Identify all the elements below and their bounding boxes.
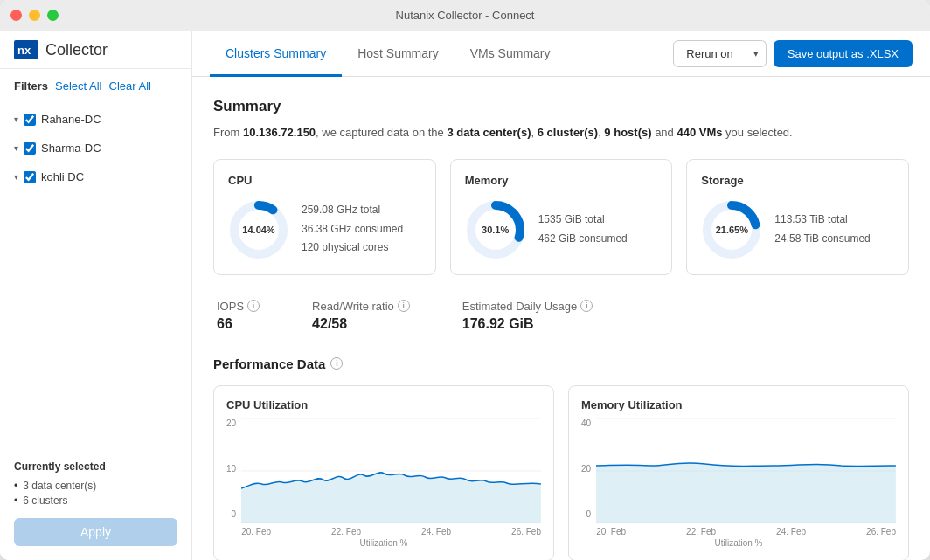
tab-vms-summary[interactable]: VMs Summary <box>455 32 566 77</box>
memory-utilization-chart-card: Memory Utilization 40 20 0 <box>568 385 909 561</box>
sidebar-group-sharma: ▾ Sharma-DC <box>0 134 191 162</box>
selected-datacenters-text: 3 data center(s) <box>23 480 96 492</box>
cpu-x-axis-labels: 20. Feb 22. Feb 24. Feb 26. Feb <box>241 527 541 536</box>
rerun-dropdown-button[interactable]: ▾ <box>746 40 767 67</box>
tabs-bar: Clusters Summary Host Summary VMs Summar… <box>192 31 930 77</box>
memory-x-label-1: 20. Feb <box>596 527 626 536</box>
summary-clusters: 6 cluster(s) <box>538 126 598 139</box>
memory-metric-title: Memory <box>465 174 658 187</box>
perf-info-icon[interactable]: i <box>330 357 343 370</box>
memory-metric-card: Memory 30.1% 1535 GiB total <box>450 159 673 275</box>
storage-percentage-label: 21.65% <box>716 225 748 235</box>
cpu-chart-svg <box>241 418 541 523</box>
selected-item-clusters: • 6 clusters <box>14 494 177 507</box>
memory-x-label-4: 26. Feb <box>866 527 896 536</box>
svg-text:nx: nx <box>17 44 31 57</box>
daily-usage-info-icon[interactable]: i <box>580 300 593 312</box>
titlebar: Nutanix Collector - Connect <box>0 0 930 31</box>
storage-total: 113.53 TiB total <box>774 211 870 230</box>
rerun-group: Rerun on ▾ <box>673 40 766 67</box>
chevron-down-icon: ▾ <box>14 114 18 124</box>
cpu-consumed: 36.38 GHz consumed <box>302 220 403 239</box>
cpu-cores: 120 physical cores <box>302 239 403 258</box>
memory-chart-svg <box>596 418 896 523</box>
cpu-x-label-2: 22. Feb <box>331 527 361 536</box>
storage-donut-chart: 21.65% <box>701 199 762 260</box>
cpu-details: 259.08 GHz total 36.38 GHz consumed 120 … <box>302 201 403 258</box>
select-all-button[interactable]: Select All <box>55 80 101 93</box>
sidebar-group-header-rahane[interactable]: ▾ Rahane-DC <box>10 108 181 130</box>
sidebar-header: nx Collector <box>0 31 191 69</box>
cpu-x-label-4: 26. Feb <box>511 527 541 536</box>
sidebar-group-kohli: ▾ kohli DC <box>0 162 191 191</box>
tab-host-summary[interactable]: Host Summary <box>342 32 455 77</box>
window-title: Nutanix Collector - Connect <box>396 9 535 22</box>
cpu-chart-title: CPU Utilization <box>226 398 541 411</box>
tabs-container: Clusters Summary Host Summary VMs Summar… <box>210 31 566 76</box>
rw-ratio-label: Read/Write ratio i <box>312 300 410 313</box>
save-output-button[interactable]: Save output as .XLSX <box>774 40 913 67</box>
metrics-row: CPU 14.04% 259.08 GHz total <box>213 159 909 275</box>
sidebar-footer: Currently selected • 3 data center(s) • … <box>0 446 191 560</box>
summary-section-title: Summary <box>213 98 909 115</box>
memory-x-axis-labels: 20. Feb 22. Feb 24. Feb 26. Feb <box>596 527 896 536</box>
iops-info-icon[interactable]: i <box>247 300 260 312</box>
cpu-donut-chart: 14.04% <box>228 199 289 260</box>
minimize-button[interactable] <box>29 10 40 21</box>
rerun-button[interactable]: Rerun on <box>673 40 746 67</box>
bullet-icon: • <box>14 494 17 507</box>
stats-row: IOPS i 66 Read/Write ratio i 42/58 Estim… <box>213 300 909 332</box>
rw-ratio-value: 42/58 <box>312 316 410 332</box>
close-button[interactable] <box>10 10 22 21</box>
apply-button[interactable]: Apply <box>14 518 177 546</box>
cpu-y-axis: 20 10 0 <box>226 418 241 536</box>
summary-vms: 440 VMs <box>677 126 722 139</box>
window-controls <box>10 10 59 21</box>
cpu-percentage-label: 14.04% <box>242 225 274 235</box>
cpu-total: 259.08 GHz total <box>302 201 403 220</box>
app-name: Collector <box>45 41 108 59</box>
memory-total: 1535 GiB total <box>538 211 628 230</box>
sidebar-group-rahane: ▾ Rahane-DC <box>0 105 191 134</box>
clear-all-button[interactable]: Clear All <box>109 80 151 93</box>
sharma-dc-checkbox[interactable] <box>24 142 36 155</box>
memory-metric-body: 30.1% 1535 GiB total 462 GiB consumed <box>465 199 658 260</box>
charts-row: CPU Utilization 20 10 0 <box>213 385 909 561</box>
summary-datacenters: 3 data center(s) <box>447 126 531 139</box>
chevron-down-icon: ▾ <box>14 143 18 153</box>
cpu-x-label-1: 20. Feb <box>241 527 271 536</box>
storage-metric-card: Storage 21.65% 113.53 TiB total <box>686 159 909 275</box>
nutanix-logo-icon: nx <box>14 40 38 59</box>
sidebar: nx Collector Filters Select All Clear Al… <box>0 31 192 560</box>
content-area: Summary From 10.136.72.150, we captured … <box>192 77 930 560</box>
tab-clusters-summary[interactable]: Clusters Summary <box>210 32 342 77</box>
sharma-dc-label: Sharma-DC <box>41 142 101 155</box>
sidebar-group-header-sharma[interactable]: ▾ Sharma-DC <box>10 137 181 159</box>
kohli-dc-checkbox[interactable] <box>24 171 36 183</box>
maximize-button[interactable] <box>47 10 59 21</box>
rahane-dc-checkbox[interactable] <box>24 114 36 126</box>
rahane-dc-label: Rahane-DC <box>41 113 101 126</box>
storage-details: 113.53 TiB total 24.58 TiB consumed <box>774 211 870 248</box>
nutanix-logo: nx Collector <box>14 40 108 59</box>
memory-details: 1535 GiB total 462 GiB consumed <box>538 211 628 248</box>
cpu-x-label-3: 24. Feb <box>421 527 451 536</box>
summary-hosts: 9 host(s) <box>604 126 651 139</box>
sidebar-groups: ▾ Rahane-DC ▾ Sharma-DC ▾ <box>0 100 191 446</box>
summary-ip: 10.136.72.150 <box>243 126 316 139</box>
sidebar-group-header-kohli[interactable]: ▾ kohli DC <box>10 166 181 188</box>
rw-info-icon[interactable]: i <box>398 300 410 312</box>
main-layout: nx Collector Filters Select All Clear Al… <box>0 31 930 560</box>
daily-usage-label: Estimated Daily Usage i <box>462 300 593 313</box>
memory-chart-container: 40 20 0 <box>581 418 896 536</box>
storage-metric-title: Storage <box>701 174 894 187</box>
storage-consumed: 24.58 TiB consumed <box>774 230 870 249</box>
memory-chart-area: 20. Feb 22. Feb 24. Feb 26. Feb <box>596 418 896 536</box>
rw-ratio-stat: Read/Write ratio i 42/58 <box>312 300 410 332</box>
memory-consumed: 462 GiB consumed <box>538 230 628 249</box>
cpu-utilization-chart-card: CPU Utilization 20 10 0 <box>213 385 554 561</box>
memory-x-label-3: 24. Feb <box>776 527 806 536</box>
bullet-icon: • <box>14 480 17 492</box>
cpu-metric-card: CPU 14.04% 259.08 GHz total <box>213 159 436 275</box>
cpu-chart-area: 20. Feb 22. Feb 24. Feb 26. Feb <box>241 418 541 536</box>
